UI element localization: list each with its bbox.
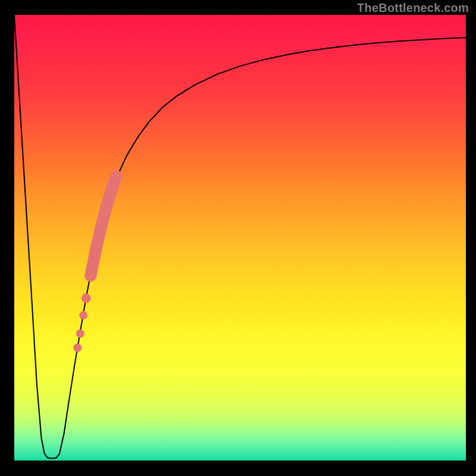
plot-background: [14, 15, 466, 461]
highlight-point: [90, 243, 102, 255]
highlight-point: [82, 293, 91, 303]
highlight-point: [101, 199, 113, 211]
highlight-point: [79, 311, 87, 320]
bottleneck-chart: [0, 0, 476, 476]
highlight-point: [84, 270, 96, 281]
highlight-point: [76, 330, 84, 338]
chart-stage: TheBottleneck.com: [0, 0, 476, 476]
highlight-point: [73, 344, 82, 352]
highlight-point: [111, 170, 123, 182]
highlight-point: [107, 181, 118, 193]
highlight-point: [95, 220, 107, 231]
watermark-text: TheBottleneck.com: [357, 1, 469, 15]
